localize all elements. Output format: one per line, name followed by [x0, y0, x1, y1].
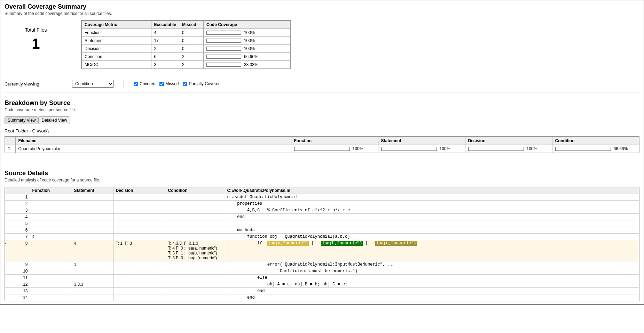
line-code: A,B,C % Coefficients of a*x^2 + b*x + c	[225, 207, 639, 214]
breakdown-table: Filename Function Statement Decision Con…	[5, 136, 639, 153]
line-statement	[72, 201, 113, 207]
summary-subtitle: Summary of the code coverage metrics for…	[5, 11, 639, 16]
line-code: function obj = QuadraticPolynomial(a,b,c…	[225, 234, 639, 240]
condition-detail: T: 4 F: 0 :: isa(a,"numeric")	[168, 246, 223, 251]
source-header-row: Function Statement Decision Condition C:…	[5, 187, 639, 194]
line-condition	[166, 281, 225, 288]
line-condition	[166, 207, 225, 214]
metric-missed: 2	[179, 53, 203, 61]
source-line: 5	[5, 220, 639, 227]
coverage-bar	[206, 39, 241, 43]
line-statement	[72, 227, 113, 234]
line-code: error("QuadraticPolynomial:InputMustBeNu…	[225, 261, 639, 268]
metric-name: Function	[81, 29, 151, 37]
metric-missed: 0	[179, 29, 203, 37]
header-missed: Missed	[179, 21, 203, 29]
filter-check-group: Covered Missed Partially Covered	[134, 81, 221, 86]
line-decision	[113, 288, 166, 294]
line-statement	[72, 268, 113, 275]
line-number: 3	[5, 207, 30, 214]
line-decision	[113, 261, 166, 268]
coverage-pct: 100%	[244, 38, 255, 43]
line-statement: 4	[72, 240, 113, 261]
line-code: end	[225, 288, 639, 294]
missed-checkbox-label[interactable]: Missed	[159, 81, 179, 86]
metric-executable: 3	[151, 61, 179, 69]
line-function	[30, 240, 72, 261]
line-condition: T: 4,3,3, F: 0,1,0T: 4 F: 0 :: isa(a,"nu…	[166, 240, 225, 261]
line-condition	[166, 261, 225, 268]
line-code: methods	[225, 227, 639, 234]
overall-coverage-summary: Overall Coverage Summary Summary of the …	[5, 3, 639, 92]
total-files-count: 1	[5, 35, 67, 52]
metrics-header-row: Coverage Metric Executable Missed Code C…	[81, 21, 290, 29]
source-line: 91 error("QuadraticPolynomial:InputMustB…	[5, 261, 639, 268]
line-statement: 1	[72, 261, 113, 268]
line-condition	[166, 268, 225, 275]
line-condition	[166, 234, 225, 240]
breakdown-header-statement: Statement	[378, 137, 465, 145]
tab-detailed-view[interactable]: Detailed View	[38, 116, 70, 124]
line-statement	[72, 207, 113, 214]
line-decision	[113, 281, 166, 288]
condition-detail: T: 3 F: 1 :: isa(b,"numeric")	[168, 251, 223, 255]
source-line: ▾84T: 1, F: 3T: 4,3,3, F: 0,1,0T: 4 F: 0…	[5, 240, 639, 261]
section-separator	[5, 164, 639, 164]
line-code: obj.A = a; obj.B = b; obj.C = c;	[225, 281, 639, 288]
coverage-bar	[206, 63, 241, 67]
header-executable: Executable	[151, 21, 179, 29]
row-filename[interactable]: QuadraticPolynomial.m	[15, 145, 291, 153]
coverage-bar	[206, 55, 241, 59]
line-number: 7	[5, 234, 30, 240]
line-code: if ~isa(a,"numeric") || ~isa(b,"numeric"…	[225, 240, 639, 261]
code-highlight-partial: isa(a,"numeric")	[267, 241, 309, 246]
breakdown-header-condition: Condition	[552, 137, 639, 145]
coverage-bar	[468, 147, 524, 151]
row-index: 1	[5, 145, 15, 153]
line-function	[30, 201, 72, 207]
partial-checkbox[interactable]	[183, 82, 187, 86]
line-code: "Coefficients must be numeric.")	[225, 268, 639, 275]
coverage-bar	[294, 147, 350, 151]
line-code: end	[225, 294, 639, 301]
line-decision: T: 1, F: 3	[113, 240, 166, 261]
breakdown-subtitle: Code coverage metrics per source file.	[5, 107, 639, 112]
partial-checkbox-label[interactable]: Partially Covered	[183, 81, 220, 86]
line-function	[30, 275, 72, 281]
breakdown-header-decision: Decision	[465, 137, 552, 145]
coverage-type-select[interactable]: Condition	[72, 80, 114, 88]
source-line: 2 properties	[5, 201, 639, 207]
metrics-row: Condition6266.66%	[81, 53, 290, 61]
line-number: 5	[5, 220, 30, 227]
row-condition: 66.66%	[552, 145, 639, 153]
line-number: 2	[5, 201, 30, 207]
missed-checkbox[interactable]	[159, 82, 164, 86]
condition-detail: T: 3 F: 0 :: isa(c,"numeric")	[168, 255, 223, 260]
source-line: 4 end	[5, 214, 639, 220]
source-line: 123,3,3 obj.A = a; obj.B = b; obj.C = c;	[5, 281, 639, 288]
metric-coverage: 100%	[203, 29, 290, 37]
metrics-row: MC/DC3233.33%	[81, 61, 290, 69]
covered-checkbox[interactable]	[134, 82, 138, 86]
code-highlight-partial: isa(c,"numeric")	[375, 241, 417, 246]
covered-checkbox-label[interactable]: Covered	[134, 81, 155, 86]
coverage-bar	[206, 31, 241, 35]
metric-name: Decision	[81, 45, 151, 53]
metric-missed: 0	[179, 45, 203, 53]
metric-coverage: 66.66%	[203, 53, 290, 61]
breakdown-header-idx	[5, 137, 15, 145]
tab-summary-view[interactable]: Summary View	[5, 116, 39, 124]
line-number: ▾8	[5, 240, 30, 261]
breakdown-by-source: Breakdown by Source Code coverage metric…	[5, 99, 639, 153]
expand-caret-icon[interactable]: ▾	[5, 241, 6, 245]
line-number: 14	[5, 294, 30, 301]
coverage-pct: 100%	[527, 146, 537, 151]
line-condition	[166, 214, 225, 220]
breakdown-row[interactable]: 1QuadraticPolynomial.m100%100%100%66.66%	[5, 145, 639, 153]
coverage-metrics-table: Coverage Metric Executable Missed Code C…	[81, 20, 291, 69]
line-decision	[113, 214, 166, 220]
line-function	[30, 268, 72, 275]
metric-executable: 2	[151, 45, 179, 53]
line-condition	[166, 294, 225, 301]
row-function: 100%	[291, 145, 378, 153]
